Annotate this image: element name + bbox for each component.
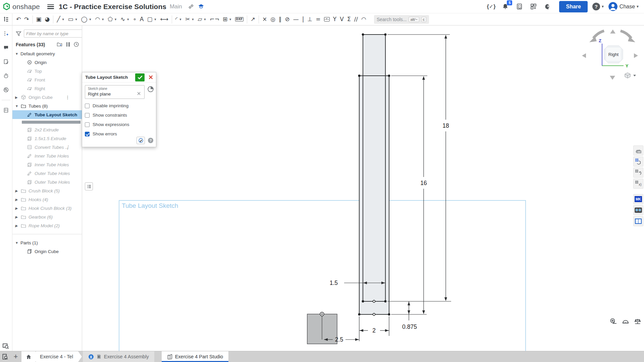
trim-tool-icon[interactable]: ✂▼	[183, 14, 196, 24]
fix-constraint-icon[interactable]: ◠	[360, 14, 368, 24]
feature-origin[interactable]: Origin	[12, 58, 82, 67]
rotate-right-step-arrow[interactable]	[634, 53, 638, 58]
dim-bottom-offset[interactable]: 0.875	[402, 323, 417, 330]
feature-default-geometry[interactable]: ▼Default geometry	[12, 49, 82, 58]
chevron-down-icon[interactable]: ▼	[101, 18, 104, 21]
help-menu[interactable]: ? ▼	[592, 3, 604, 10]
feature-top[interactable]: Top	[12, 67, 82, 75]
feature-gearbox-6[interactable]: ▶Gearbox (6)	[12, 213, 82, 221]
concentric-constraint-icon[interactable]: ◎	[269, 14, 277, 24]
item-menu-icon[interactable]: ⋮	[65, 95, 70, 100]
magnifier-circle-icon[interactable]	[2, 86, 10, 94]
undo-icon[interactable]: ↶	[14, 14, 22, 24]
feature-crush-block-5[interactable]: ▶Crush Block (5)	[12, 186, 82, 195]
normal-constraint-icon[interactable]: Y	[331, 14, 338, 24]
chevron-right-icon[interactable]: ▶	[15, 215, 20, 219]
rectangle-tool-icon[interactable]: ▭▼	[66, 14, 79, 24]
notification-bell-icon[interactable]: 5	[501, 2, 509, 11]
feature-hook-crush-block-3[interactable]: ▶Hook Crush Block (3)	[12, 204, 82, 213]
checkbox-show-constraints[interactable]: Show constraints	[85, 113, 153, 118]
feature-hooks-4[interactable]: ▶Hooks (4)	[12, 195, 82, 204]
chevron-down-icon[interactable]: ▼	[75, 18, 78, 21]
polygon-tool-icon[interactable]: ⬠▼	[106, 14, 119, 24]
measure-icon[interactable]: ↗	[249, 14, 257, 24]
spline-tool-icon[interactable]: ∿▼	[119, 14, 131, 24]
workspace-label[interactable]: Main	[170, 3, 182, 10]
tab-exercise-4-tel[interactable]: Exercise 4 - Tel	[36, 351, 82, 362]
dim-outer-width[interactable]: 2	[372, 327, 376, 334]
rotate-left-step-arrow[interactable]	[582, 53, 586, 58]
revolve-icon[interactable]: ◕	[43, 14, 52, 24]
chevron-right-icon[interactable]: ▶	[15, 96, 20, 99]
vertical-constraint-icon[interactable]: |	[301, 14, 306, 24]
slot-tool-icon[interactable]: ▢▼	[145, 14, 158, 24]
feature-tube-layout-sketch[interactable]: Tube Layout Sketch	[12, 110, 82, 119]
dim-outer-height[interactable]: 16	[420, 180, 427, 186]
mass-properties-icon[interactable]	[634, 317, 641, 325]
view-magnifier-icon[interactable]	[2, 343, 10, 350]
search-tabs-icon[interactable]	[0, 351, 10, 362]
feature-parts-1[interactable]: ▼Parts (1)	[12, 238, 82, 247]
dim-inner-width[interactable]: 1.5	[330, 280, 338, 286]
redo-icon[interactable]: ↷	[22, 14, 31, 24]
chevron-down-icon[interactable]: ▼	[636, 5, 639, 8]
onshape-logo[interactable]: onshape	[3, 3, 40, 11]
feature-inner-tube-holes[interactable]: Inner Tube Holes	[12, 160, 82, 169]
tilt-up-arrow[interactable]	[610, 29, 615, 34]
filter-funnel-icon[interactable]	[16, 31, 21, 37]
pattern-tool-icon[interactable]: ⊞▼	[221, 14, 233, 24]
deferred-clock-icon[interactable]	[147, 86, 154, 93]
chevron-down-icon[interactable]: ▼	[15, 241, 20, 245]
feature-list-flyout-button[interactable]	[85, 182, 93, 190]
dim-origin-offset[interactable]: 2.5	[335, 336, 343, 343]
checkbox-box[interactable]	[85, 122, 90, 127]
mk-logo-icon[interactable]: MK	[633, 194, 643, 204]
extrude-solid-icon[interactable]: ▣	[35, 14, 43, 24]
line-tool-icon[interactable]: ╱▼	[55, 14, 66, 24]
equal-constraint-icon[interactable]: =	[314, 14, 322, 24]
clear-selection-icon[interactable]	[137, 91, 142, 96]
chevron-down-icon[interactable]: ▼	[154, 18, 157, 21]
parallel-constraint-icon[interactable]: ∥	[277, 14, 283, 24]
chevron-right-icon[interactable]: ▶	[15, 198, 20, 201]
history-clock-icon[interactable]	[73, 42, 79, 47]
add-folder-icon[interactable]	[57, 42, 62, 47]
model-canvas[interactable]: Tube Layout Sketch 18	[82, 25, 644, 351]
split-book-icon[interactable]	[633, 216, 643, 226]
checkbox-disable-imprinting[interactable]: Disable imprinting	[85, 103, 153, 108]
arc-tool-icon[interactable]: ◠▼	[94, 14, 106, 24]
pierce-constraint-icon[interactable]: V	[338, 14, 345, 24]
dimension-18[interactable]	[387, 35, 451, 301]
share-button[interactable]: Share	[559, 1, 587, 12]
sketch-drawing[interactable]: Tube Layout Sketch 18	[82, 25, 644, 351]
chevron-down-icon[interactable]: ▼	[229, 18, 232, 21]
sketch-tools-button[interactable]	[137, 137, 145, 144]
feature-2x2-extrude[interactable]: 2x2 Extrude	[12, 125, 82, 134]
pause-regeneration-icon[interactable]	[65, 42, 71, 47]
search-tools-input[interactable]: Search tools... alt/~ c	[374, 15, 429, 24]
chevron-right-icon[interactable]: ▶	[15, 189, 20, 193]
tab-exercise-4-part-studio[interactable]: Exercise 4 Part Studio	[162, 351, 228, 362]
coincident-constraint-icon[interactable]: ×	[261, 14, 269, 24]
learning-head-icon[interactable]	[543, 2, 552, 11]
chevron-down-icon[interactable]: ▼	[179, 18, 182, 21]
filter-input[interactable]	[24, 29, 82, 38]
feature-list-toggle-icon[interactable]	[0, 13, 12, 25]
chevron-down-icon[interactable]: ▼	[15, 104, 20, 108]
chevron-down-icon[interactable]: ▼	[126, 18, 129, 21]
release-checklist-icon[interactable]	[515, 2, 524, 11]
origin-point[interactable]	[320, 312, 324, 316]
feature-tubes-8[interactable]: ▼Tubes (8)	[12, 102, 82, 110]
link-icon[interactable]	[187, 3, 195, 10]
user-name[interactable]: Chase	[620, 4, 635, 10]
stopwatch-icon[interactable]	[2, 72, 10, 80]
offset-tool-icon[interactable]: ▱▼	[196, 14, 208, 24]
dimension-tool-icon[interactable]: ⟷	[158, 14, 170, 24]
tape-measure-icon[interactable]	[610, 317, 617, 325]
graduation-cap-icon[interactable]	[198, 3, 205, 10]
tangent-constraint-icon[interactable]: ⊘	[283, 14, 291, 24]
tilt-down-arrow[interactable]	[610, 76, 615, 80]
item-menu-icon[interactable]: ⋮	[65, 145, 70, 150]
grid-cube-sync-icon[interactable]	[633, 168, 643, 178]
featurescript-icon[interactable]: {✓}	[487, 2, 495, 11]
